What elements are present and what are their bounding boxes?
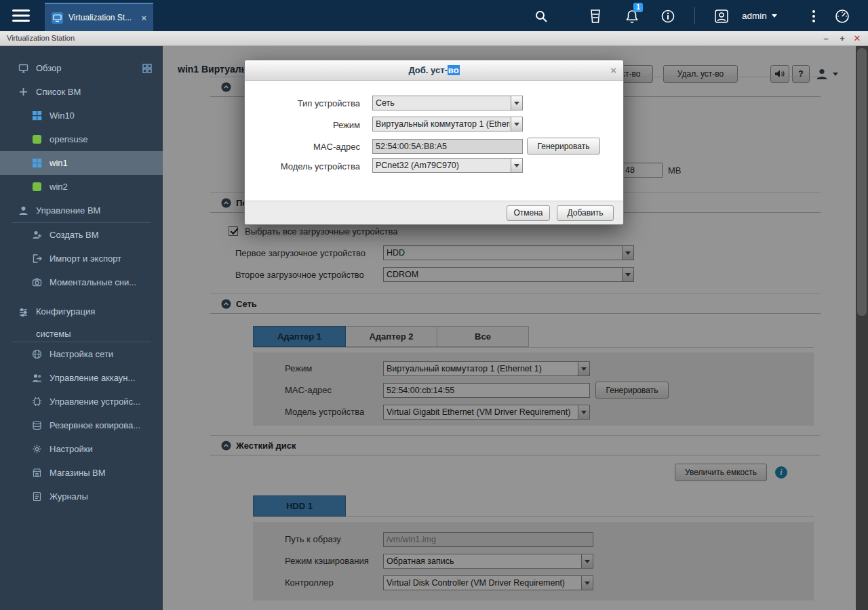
sidebar-item-vm-win1[interactable]: win1 bbox=[0, 151, 163, 175]
gear-icon bbox=[31, 444, 42, 455]
desktop-scrollbar[interactable] bbox=[856, 46, 868, 610]
caret-down-icon bbox=[772, 14, 777, 20]
first-boot-label: Первое загрузочное устройство bbox=[235, 248, 366, 258]
collapse-icon[interactable] bbox=[221, 198, 231, 208]
sidebar-item-device-management[interactable]: Управление устройс... bbox=[0, 390, 163, 413]
increase-capacity-button[interactable]: Увеличить емкость bbox=[675, 464, 767, 481]
dropdown-arrow-icon[interactable] bbox=[622, 268, 633, 281]
user-icon[interactable] bbox=[713, 8, 730, 24]
sidebar-item-create-vm[interactable]: Создать ВМ bbox=[0, 223, 163, 247]
open-dashboard-icon[interactable] bbox=[142, 64, 152, 73]
device-model-select[interactable]: Virtual Gigabit Ethernet (VM Driver Requ… bbox=[383, 405, 590, 420]
select-all-boot-checkbox[interactable] bbox=[229, 226, 238, 236]
select-all-boot-label: Выбрать все загрузочные устройства bbox=[245, 226, 397, 237]
network-mode-label: Режим bbox=[285, 363, 312, 373]
database-icon bbox=[31, 420, 42, 431]
window-titlebar: Virtualization Station – + ✕ bbox=[0, 31, 868, 46]
collapse-icon[interactable] bbox=[221, 299, 231, 309]
sidebar-item-vm-list[interactable]: Список ВМ bbox=[0, 80, 163, 104]
network-icon bbox=[31, 349, 42, 360]
sidebar-item-vm-opensuse[interactable]: opensuse bbox=[0, 127, 163, 151]
tab-adapter-2[interactable]: Адаптер 2 bbox=[346, 326, 437, 347]
sliders-icon bbox=[18, 306, 28, 317]
main-menu-icon[interactable] bbox=[12, 9, 30, 22]
virtualization-station-icon bbox=[52, 12, 63, 24]
second-boot-label: Второе загрузочное устройство bbox=[235, 270, 364, 280]
caret-down-icon bbox=[833, 73, 838, 79]
memory-size-input[interactable] bbox=[622, 163, 663, 178]
cancel-button[interactable]: Отмена bbox=[507, 205, 550, 221]
more-options-icon[interactable] bbox=[806, 8, 822, 24]
sidebar-item-overview[interactable]: Обзор bbox=[0, 56, 163, 80]
sidebar-item-logs[interactable]: Журналы bbox=[0, 485, 163, 508]
collapse-icon[interactable] bbox=[221, 441, 231, 451]
cache-mode-label: Режим кэширования bbox=[285, 556, 369, 566]
document-icon bbox=[31, 491, 42, 502]
generate-mac-button[interactable]: Генерировать bbox=[527, 138, 600, 155]
scrollbar-thumb[interactable] bbox=[857, 48, 867, 316]
dropdown-arrow-icon[interactable] bbox=[511, 96, 522, 110]
qts-topbar: Virtualization St... × 1 admin bbox=[0, 0, 868, 31]
sidebar-item-import-export[interactable]: Импорт и экспорт bbox=[0, 247, 163, 270]
controller-label: Контроллер bbox=[285, 577, 334, 588]
section-header-network[interactable]: Сеть bbox=[210, 293, 821, 314]
network-mode-select[interactable]: Виртуальный коммутатор 1 (Ethernet 1) bbox=[383, 361, 590, 376]
device-type-label: Тип устройства bbox=[245, 98, 372, 108]
dropdown-arrow-icon[interactable] bbox=[578, 362, 589, 375]
topbar-divider bbox=[694, 7, 695, 24]
app-tab-close-icon[interactable]: × bbox=[141, 13, 146, 23]
mac-address-input[interactable] bbox=[372, 139, 523, 154]
tab-adapter-1[interactable]: Адаптер 1 bbox=[253, 326, 346, 347]
window-minimize-button[interactable]: – bbox=[821, 31, 831, 45]
dropdown-arrow-icon[interactable] bbox=[622, 246, 633, 260]
sidebar-item-system-configuration[interactable]: Конфигурация системы bbox=[0, 294, 163, 342]
info-icon[interactable] bbox=[660, 8, 676, 24]
dropdown-arrow-icon[interactable] bbox=[511, 117, 522, 131]
app-tab-virtualization-station[interactable]: Virtualization St... × bbox=[45, 3, 153, 31]
resource-monitor-icon[interactable] bbox=[834, 8, 850, 24]
collapse-icon[interactable] bbox=[221, 82, 231, 92]
mac-address-input[interactable] bbox=[383, 383, 590, 398]
window-close-button[interactable]: ✕ bbox=[852, 31, 863, 45]
second-boot-select[interactable]: CDROM bbox=[383, 267, 634, 282]
dialog-title: Доб. уст- bbox=[408, 65, 447, 75]
sidebar-item-vm-marketplace[interactable]: Магазины ВМ bbox=[0, 461, 163, 485]
sidebar-item-vm-win10[interactable]: Win10 bbox=[0, 104, 163, 127]
search-icon[interactable] bbox=[533, 8, 549, 24]
notifications-icon[interactable]: 1 bbox=[624, 8, 640, 24]
device-model-label: Модель устройства bbox=[245, 161, 372, 171]
app-tab-label: Virtualization St... bbox=[68, 13, 136, 22]
dialog-close-icon[interactable]: × bbox=[610, 60, 616, 81]
sidebar-item-network-settings[interactable]: Настройка сети bbox=[0, 342, 163, 366]
controller-select[interactable]: Virtual Disk Controller (VM Driver Requi… bbox=[383, 575, 593, 590]
sidebar-item-backup[interactable]: Резервное копирова... bbox=[0, 413, 163, 437]
add-button[interactable]: Добавить bbox=[557, 205, 614, 221]
dropdown-arrow-icon[interactable] bbox=[511, 159, 522, 172]
sidebar-item-account-management[interactable]: Управление аккаун... bbox=[0, 366, 163, 390]
hdd-tabs: HDD 1 bbox=[253, 495, 814, 517]
dropdown-arrow-icon[interactable] bbox=[581, 576, 593, 590]
first-boot-select[interactable]: HDD bbox=[383, 245, 634, 260]
tab-adapter-all[interactable]: Все bbox=[437, 326, 529, 347]
generate-mac-button[interactable]: Генерировать bbox=[595, 382, 669, 399]
vm-windows-icon bbox=[31, 110, 42, 121]
user-menu[interactable]: admin bbox=[742, 0, 777, 31]
sidebar-item-snapshots[interactable]: Моментальные сни... bbox=[0, 270, 163, 294]
tab-hdd-1[interactable]: HDD 1 bbox=[253, 495, 346, 516]
add-device-dialog: Доб. уст-во × Тип устройства Сеть Режим … bbox=[244, 60, 624, 225]
sidebar-item-vm-management[interactable]: Управление ВМ bbox=[0, 199, 163, 222]
device-type-select[interactable]: Сеть bbox=[372, 96, 523, 110]
sidebar-item-settings[interactable]: Настройки bbox=[0, 437, 163, 461]
background-tasks-icon[interactable] bbox=[587, 8, 604, 24]
dialog-titlebar: Доб. уст-во × bbox=[245, 60, 623, 81]
info-circle-icon[interactable]: i bbox=[775, 466, 787, 479]
dropdown-arrow-icon[interactable] bbox=[581, 554, 593, 568]
window-title: Virtualization Station bbox=[7, 31, 75, 45]
device-model-select[interactable]: PCnet32 (Am79C970) bbox=[372, 158, 523, 173]
section-header-disk[interactable]: Жесткий диск bbox=[210, 435, 821, 455]
mode-select[interactable]: Виртуальный коммутатор 1 (Ethernet 1) bbox=[372, 117, 523, 131]
sidebar-item-vm-win2[interactable]: win2 bbox=[0, 175, 163, 199]
dropdown-arrow-icon[interactable] bbox=[578, 405, 589, 419]
cache-mode-select[interactable]: Обратная запись bbox=[383, 554, 593, 569]
window-maximize-button[interactable]: + bbox=[837, 31, 848, 45]
